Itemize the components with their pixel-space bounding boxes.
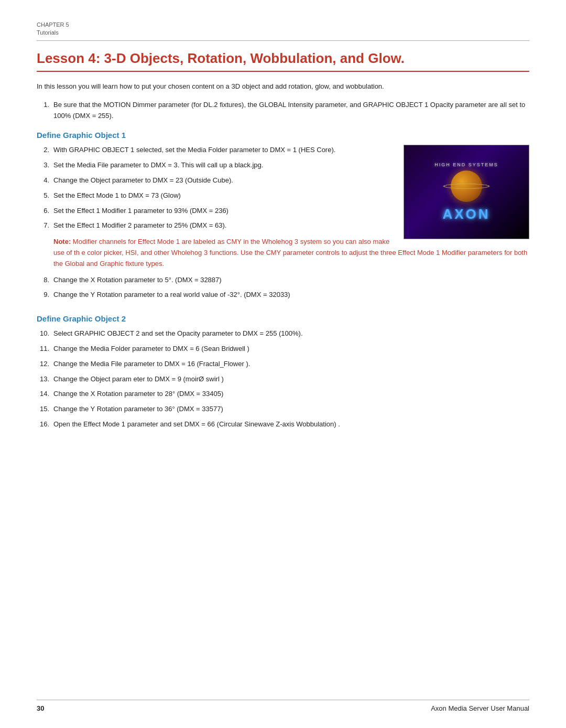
item-num: 7.: [37, 220, 53, 231]
list-item: 14. Change the X Rotation parameter to 2…: [37, 389, 529, 400]
item-num: 8.: [37, 275, 53, 286]
list-item: 11. Change the Media Folder parameter to…: [37, 344, 529, 355]
item-text: With GRAPHIC OBJECT 1 selected, set the …: [53, 145, 393, 156]
item-num: 1.: [37, 100, 53, 122]
item-text: Change the Object parameter to DMX = 23 …: [53, 175, 393, 186]
section-heading-1: Define Graphic Object 1: [37, 131, 529, 140]
lesson-title: Lesson 4: 3-D Objects, Rotation, Wobbula…: [37, 50, 529, 72]
list-item: 6. Set the Effect 1 Modifier 1 parameter…: [37, 206, 393, 217]
chapter-header: CHAPTER 5 Tutorials: [37, 21, 529, 37]
list-item: 15. Change the Y Rotation parameter to 3…: [37, 404, 529, 415]
intro-text: In this lesson you will learn how to put…: [37, 81, 529, 92]
item-num: 13.: [37, 374, 53, 385]
note-block: Note: Modifier channels for Effect Mode …: [53, 237, 529, 269]
item-text: Set the Effect Mode 1 to DMX = 73 (Glow): [53, 190, 393, 201]
item-num: 9.: [37, 290, 53, 301]
item-text: Change the X Rotation parameter to 5°. (…: [53, 275, 529, 286]
list-item: 1. Be sure that the MOTION Dimmer parame…: [37, 100, 529, 122]
item-text: Change the Object param eter to DMX = 9 …: [53, 374, 529, 385]
item-num: 16.: [37, 419, 53, 430]
item-num: 10.: [37, 328, 53, 339]
axon-top-text: HIGH END SYSTEMS: [434, 162, 498, 167]
list-item: 8. Change the X Rotation parameter to 5°…: [37, 275, 529, 286]
item-num: 11.: [37, 344, 53, 355]
item-text: Set the Effect 1 Modifier 2 parameter to…: [53, 220, 393, 231]
item-text: Select GRAPHIC OBJECT 2 and set the Opac…: [53, 328, 529, 339]
axon-image-box: HIGH END SYSTEMS AXON: [404, 145, 529, 239]
content-area: HIGH END SYSTEMS AXON 2. With GRAPHIC OB…: [37, 145, 529, 305]
item-text: Open the Effect Mode 1 parameter and set…: [53, 419, 529, 430]
item-text: Change the X Rotation parameter to 28° (…: [53, 389, 529, 400]
list-item: 12. Change the Media File parameter to D…: [37, 359, 529, 370]
footer: 30 Axon Media Server User Manual: [37, 700, 529, 712]
list-item: 5. Set the Effect Mode 1 to DMX = 73 (Gl…: [37, 190, 393, 201]
item-text: Be sure that the MOTION Dimmer parameter…: [53, 100, 529, 122]
chapter-sub: Tutorials: [37, 29, 529, 37]
item-text: Set the Media File parameter to DMX = 3.…: [53, 160, 393, 171]
item-num: 2.: [37, 145, 53, 156]
axon-image: HIGH END SYSTEMS AXON: [404, 145, 529, 239]
list-item: 7. Set the Effect 1 Modifier 2 parameter…: [37, 220, 393, 231]
item-num: 3.: [37, 160, 53, 171]
item-num: 6.: [37, 206, 53, 217]
footer-manual-title: Axon Media Server User Manual: [431, 704, 529, 712]
chapter-label: CHAPTER 5: [37, 21, 529, 29]
item-num: 14.: [37, 389, 53, 400]
note-label: Note:: [53, 238, 71, 245]
list-item: 9. Change the Y Rotation parameter to a …: [37, 290, 529, 301]
item-text: Change the Y Rotation parameter to a rea…: [53, 290, 529, 301]
item-num: 5.: [37, 190, 53, 201]
top-rule: [37, 40, 529, 41]
list-item: 3. Set the Media File parameter to DMX =…: [37, 160, 393, 171]
item-text: Change the Media File parameter to DMX =…: [53, 359, 529, 370]
list-item: 13. Change the Object param eter to DMX …: [37, 374, 529, 385]
item-text: Set the Effect 1 Modifier 1 parameter to…: [53, 206, 393, 217]
item-text: Change the Media Folder parameter to DMX…: [53, 344, 529, 355]
item-num: 15.: [37, 404, 53, 415]
axon-ring: [443, 184, 490, 189]
footer-page-number: 30: [37, 704, 44, 712]
axon-planet-group: [451, 170, 482, 202]
section-heading-2: Define Graphic Object 2: [37, 314, 529, 323]
list-item: 16. Open the Effect Mode 1 parameter and…: [37, 419, 529, 430]
item-num: 12.: [37, 359, 53, 370]
list-item: 10. Select GRAPHIC OBJECT 2 and set the …: [37, 328, 529, 339]
note-text: Modifier channels for Effect Mode 1 are …: [53, 238, 527, 267]
list-item: 2. With GRAPHIC OBJECT 1 selected, set t…: [37, 145, 393, 156]
item-text: Change the Y Rotation parameter to 36° (…: [53, 404, 529, 415]
page: CHAPTER 5 Tutorials Lesson 4: 3-D Object…: [0, 0, 566, 728]
list-item: 4. Change the Object parameter to DMX = …: [37, 175, 393, 186]
item-num: 4.: [37, 175, 53, 186]
axon-main-text: AXON: [442, 206, 490, 222]
